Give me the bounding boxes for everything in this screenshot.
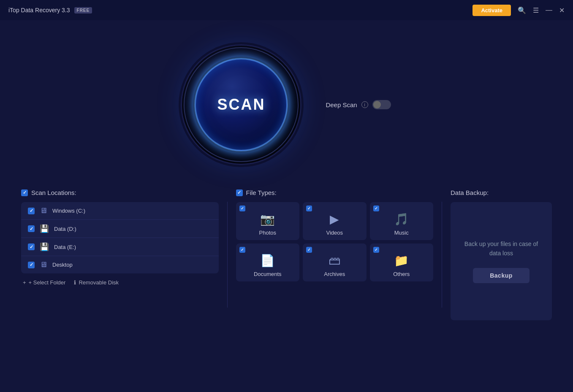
archives-icon: 🗃	[329, 254, 340, 268]
select-folder-label: + Select Folder	[29, 279, 66, 286]
desktop-icon: 🖥	[40, 260, 47, 269]
free-badge: FREE	[74, 7, 92, 14]
activate-button[interactable]: Activate	[473, 5, 511, 16]
documents-icon: 📄	[260, 254, 275, 268]
location-d-checkbox[interactable]	[28, 225, 35, 232]
bottom-panels: Scan Locations: 🖥 Windows (C:) 💾 Data (D…	[0, 189, 573, 320]
removable-disk-icon: ℹ	[74, 279, 76, 286]
file-type-documents[interactable]: 📄 Documents	[236, 243, 300, 281]
app-title: iTop Data Recovery 3.3	[8, 7, 70, 14]
archives-checkbox[interactable]	[306, 247, 312, 253]
documents-checkbox[interactable]	[239, 247, 245, 253]
others-icon: 📁	[394, 254, 409, 268]
search-icon[interactable]: 🔍	[518, 6, 526, 14]
music-label: Music	[394, 230, 409, 236]
location-e-checkbox[interactable]	[28, 243, 35, 250]
backup-card: Back up your files in case of data loss …	[451, 202, 552, 320]
scan-label: SCAN	[217, 96, 265, 114]
videos-label: Videos	[326, 230, 343, 236]
music-checkbox[interactable]	[373, 205, 379, 211]
location-desktop-checkbox[interactable]	[28, 262, 35, 268]
photos-checkbox[interactable]	[239, 205, 245, 211]
scan-button-wrapper[interactable]: SCAN	[182, 46, 300, 164]
deep-scan-area: Deep Scan i	[326, 100, 391, 109]
data-backup-panel: Data Backup: Back up your files in case …	[442, 189, 560, 320]
drive-c-icon: 🖥	[40, 206, 47, 215]
removable-disk-label: Removable Disk	[79, 279, 119, 286]
file-type-music[interactable]: 🎵 Music	[370, 202, 434, 240]
backup-button[interactable]: Backup	[473, 268, 530, 283]
scan-area: SCAN Deep Scan i	[182, 46, 391, 164]
music-icon: 🎵	[394, 212, 409, 226]
close-icon[interactable]: ✕	[559, 6, 565, 14]
file-types-title: File Types:	[246, 189, 277, 196]
main-content: SCAN Deep Scan i Scan Locations:	[0, 20, 573, 320]
drive-e-label: Data (E:)	[54, 244, 76, 250]
others-label: Others	[393, 271, 410, 277]
drive-d-icon: 💾	[40, 224, 49, 233]
deep-scan-info-icon[interactable]: i	[361, 101, 368, 108]
locations-footer: + + Select Folder ℹ Removable Disk	[21, 279, 219, 286]
deep-scan-label: Deep Scan	[326, 101, 357, 108]
scan-locations-panel: Scan Locations: 🖥 Windows (C:) 💾 Data (D…	[13, 189, 227, 320]
drive-e-icon: 💾	[40, 242, 49, 251]
titlebar-right: Activate 🔍 ☰ — ✕	[473, 5, 565, 16]
minimize-icon[interactable]: —	[546, 6, 552, 14]
desktop-label: Desktop	[52, 262, 73, 268]
file-type-archives[interactable]: 🗃 Archives	[303, 243, 367, 281]
location-item-desktop[interactable]: 🖥 Desktop	[21, 256, 219, 273]
drive-d-label: Data (D:)	[54, 226, 76, 232]
photos-icon: 📷	[260, 212, 275, 226]
drive-c-label: Windows (C:)	[52, 208, 85, 214]
photos-label: Photos	[259, 230, 276, 236]
archives-label: Archives	[324, 271, 345, 277]
deep-scan-row: Deep Scan i	[326, 100, 391, 109]
scan-locations-header: Scan Locations:	[21, 189, 219, 196]
documents-label: Documents	[254, 271, 282, 277]
others-checkbox[interactable]	[373, 247, 379, 253]
titlebar-left: iTop Data Recovery 3.3 FREE	[8, 7, 92, 14]
removable-disk-link[interactable]: ℹ Removable Disk	[74, 279, 119, 286]
file-types-header: File Types:	[236, 189, 434, 196]
select-folder-link[interactable]: + + Select Folder	[23, 279, 65, 286]
menu-icon[interactable]: ☰	[533, 6, 539, 14]
location-c-checkbox[interactable]	[28, 208, 35, 214]
data-backup-header: Data Backup:	[451, 189, 552, 196]
location-item-d[interactable]: 💾 Data (D:)	[21, 220, 219, 238]
videos-checkbox[interactable]	[306, 205, 312, 211]
file-type-photos[interactable]: 📷 Photos	[236, 202, 300, 240]
scan-button[interactable]: SCAN	[195, 58, 288, 151]
file-type-videos[interactable]: ▶ Videos	[303, 202, 367, 240]
titlebar: iTop Data Recovery 3.3 FREE Activate 🔍 ☰…	[0, 0, 573, 20]
videos-icon: ▶	[330, 212, 339, 226]
locations-list: 🖥 Windows (C:) 💾 Data (D:) 💾 Data (E:) 🖥	[21, 202, 219, 273]
deep-scan-toggle[interactable]	[372, 100, 391, 109]
file-types-checkbox[interactable]	[236, 189, 243, 196]
plus-icon: +	[23, 279, 26, 286]
location-item-c[interactable]: 🖥 Windows (C:)	[21, 202, 219, 220]
location-item-e[interactable]: 💾 Data (E:)	[21, 238, 219, 256]
file-type-others[interactable]: 📁 Others	[370, 243, 434, 281]
scan-outer-ring: SCAN	[182, 46, 300, 164]
scan-locations-title: Scan Locations:	[31, 189, 76, 196]
backup-description: Back up your files in case of data loss	[459, 239, 543, 258]
scan-locations-checkbox[interactable]	[21, 189, 28, 196]
file-types-grid: 📷 Photos ▶ Videos 🎵 Music 📄 Documents	[236, 202, 434, 281]
file-types-panel: File Types: 📷 Photos ▶ Videos 🎵 Music	[228, 189, 442, 320]
